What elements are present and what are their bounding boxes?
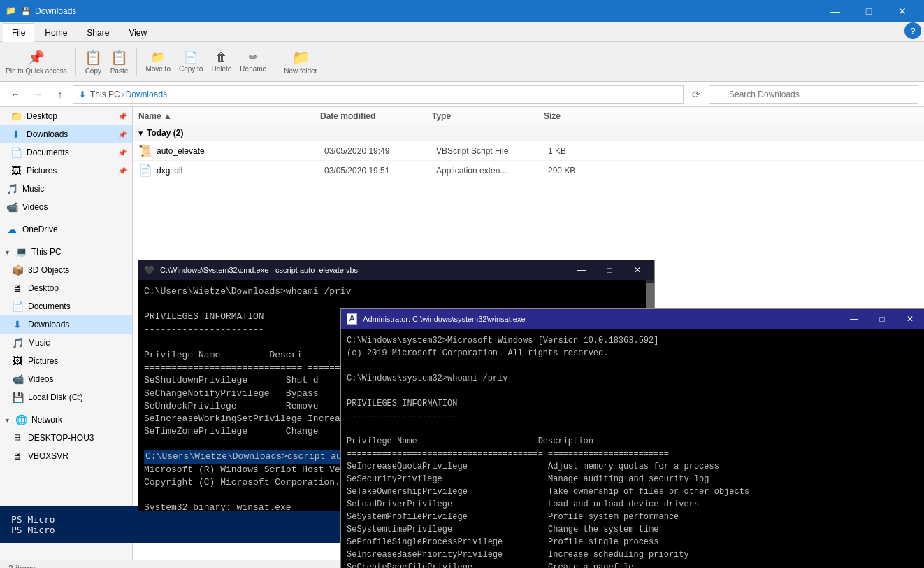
sidebar-item-vboxsvr[interactable]: 🖥 VBOXSVR [0, 447, 132, 465]
admin-line: SeCreatePagefilePrivilege Create a pagef… [347, 561, 921, 568]
sidebar-item-desktop[interactable]: 📁 Desktop 📌 [0, 107, 132, 125]
cmd-maximize[interactable]: □ [598, 262, 621, 278]
file-name-1: dxgi.dll [157, 166, 324, 176]
music-icon: 🎵 [6, 183, 18, 194]
sidebar-item-3dobjects[interactable]: 📦 3D Objects [0, 261, 132, 279]
sidebar-label-videos2: Videos [28, 374, 53, 384]
admin-line: SeSecurityPrivilege Manage auditing and … [347, 473, 921, 485]
copy-btn[interactable]: 📋 Copy [85, 49, 102, 75]
pin-quick-access[interactable]: 📌 Pin to Quick access [6, 49, 67, 75]
music2-icon: 🎵 [11, 337, 24, 348]
sidebar-label-music: Music [22, 184, 44, 194]
path-root[interactable]: This PC [90, 90, 120, 99]
admin-minimize[interactable]: — [843, 311, 865, 327]
cmd-titlebar: 🖤 C:\Windows\System32\cmd.exe - cscript … [138, 260, 654, 280]
sidebar-item-videos2[interactable]: 📹 Videos [0, 370, 132, 388]
search-input[interactable] [709, 85, 918, 104]
admin-maximize[interactable]: □ [871, 311, 893, 327]
admin-line: PRIVILEGES INFORMATION [347, 397, 921, 410]
ribbon-separator-2 [136, 48, 137, 76]
sidebar-label-pictures2: Pictures [28, 356, 58, 366]
sidebar-label-onedrive: OneDrive [22, 225, 58, 234]
group-label: Today (2) [147, 128, 183, 138]
minimize-button[interactable]: — [819, 0, 851, 22]
rename-btn[interactable]: ✏ Rename [240, 50, 266, 73]
delete-btn[interactable]: 🗑 Delete [211, 51, 231, 73]
file-row[interactable]: 📜 auto_elevate 03/05/2020 19:49 VBScript… [133, 141, 924, 161]
file-icon-vbs: 📜 [138, 144, 152, 157]
col-header-date[interactable]: Date modified [320, 111, 432, 121]
admin-line: C:\Windows\system32>Microsoft Windows [V… [347, 334, 921, 347]
new-folder-btn[interactable]: 📁 New folder [284, 49, 317, 75]
sidebar-item-music[interactable]: 🎵 Music [0, 180, 132, 198]
group-collapse-icon[interactable]: ▾ [138, 128, 143, 138]
admin-content: C:\Windows\system32>Microsoft Windows [V… [341, 329, 924, 568]
admin-blank [347, 423, 921, 435]
forward-button[interactable]: → [28, 85, 48, 104]
pin-icon-dl: 📌 [118, 131, 127, 139]
close-button[interactable]: ✕ [886, 0, 918, 22]
sidebar-item-localdisk[interactable]: 💾 Local Disk (C:) [0, 388, 132, 406]
sidebar-label-network: Network [31, 415, 62, 425]
search-container: 🔍 [709, 85, 918, 104]
desktophou3-icon: 🖥 [11, 432, 24, 443]
sidebar-item-downloads2[interactable]: ⬇ Downloads [0, 315, 132, 334]
app-icon: 📁 [6, 6, 17, 17]
admin-line: SeSystemtimePrivilege Change the system … [347, 523, 921, 536]
ribbon-tab-share[interactable]: Share [78, 23, 118, 42]
maximize-button[interactable]: □ [853, 0, 885, 22]
ribbon-separator-3 [275, 48, 275, 76]
cmd-close[interactable]: ✕ [626, 262, 649, 278]
cmd-scrollbar-thumb[interactable] [646, 283, 654, 311]
sidebar-label-desktop: Desktop [27, 111, 57, 121]
address-path[interactable]: ⬇ This PC › Downloads [73, 85, 684, 104]
sidebar-item-pictures2[interactable]: 🖼 Pictures [0, 352, 132, 370]
sidebar-label-desktop2: Desktop [28, 283, 59, 293]
ribbon-buttons: 📌 Pin to Quick access 📋 Copy 📋 Paste 📁 M… [6, 48, 317, 76]
col-header-type[interactable]: Type [432, 111, 544, 121]
ribbon-tab-view[interactable]: View [120, 23, 156, 42]
ribbon-tabs: File Home Share View ? [0, 22, 924, 42]
downloads-icon: ⬇ [10, 129, 22, 140]
refresh-button[interactable]: ⟳ [686, 85, 706, 104]
help-button[interactable]: ? [904, 22, 921, 39]
title-bar: 📁 💾 Downloads — □ ✕ [0, 0, 924, 22]
path-current[interactable]: Downloads [126, 90, 167, 99]
copy-to-btn[interactable]: 📄 Copy to [179, 50, 203, 73]
file-type-0: VBScript Script File [436, 146, 548, 156]
videos-icon: 📹 [6, 201, 18, 213]
file-size-0: 1 KB [548, 146, 618, 156]
quick-access-toolbar: 💾 [21, 7, 31, 16]
ribbon-tab-home[interactable]: Home [36, 23, 76, 42]
sidebar-item-pictures[interactable]: 🖼 Pictures 📌 [0, 162, 132, 180]
sidebar-item-downloads[interactable]: ⬇ Downloads 📌 [0, 125, 132, 143]
sidebar-item-music2[interactable]: 🎵 Music [0, 334, 132, 352]
back-button[interactable]: ← [6, 85, 25, 104]
move-to-btn[interactable]: 📁 Move to [145, 50, 171, 73]
sidebar-item-desktophou3[interactable]: 🖥 DESKTOP-HOU3 [0, 429, 132, 447]
cmd-minimize[interactable]: — [570, 262, 593, 278]
sidebar-item-videos[interactable]: 📹 Videos [0, 198, 132, 216]
sidebar-item-desktop2[interactable]: 🖥 Desktop [0, 279, 132, 297]
file-date-0: 03/05/2020 19:49 [324, 146, 436, 156]
admin-blank [347, 360, 921, 372]
admin-window[interactable]: A Administrator: C:\windows\system32\win… [340, 308, 924, 568]
sidebar-label-documents2: Documents [28, 301, 71, 311]
sidebar-item-documents2[interactable]: 📄 Documents [0, 297, 132, 315]
up-button[interactable]: ↑ [50, 85, 70, 104]
main-area: 📁 Desktop 📌 ⬇ Downloads 📌 📄 Documents 📌 … [0, 107, 924, 560]
sidebar-item-thispc[interactable]: ▾ 💻 This PC [0, 243, 132, 261]
group-header-today: ▾ Today (2) [133, 125, 924, 141]
admin-close[interactable]: ✕ [899, 311, 921, 327]
file-row[interactable]: 📄 dxgi.dll 03/05/2020 19:51 Application … [133, 161, 924, 180]
sidebar-item-network[interactable]: ▾ 🌐 Network [0, 411, 132, 429]
paste-btn[interactable]: 📋 Paste [110, 49, 129, 75]
sidebar-item-onedrive[interactable]: ☁ OneDrive [0, 220, 132, 239]
qa-save[interactable]: 💾 [21, 7, 31, 16]
ribbon-tab-file[interactable]: File [3, 23, 34, 42]
col-header-name[interactable]: Name ▲ [138, 111, 320, 121]
admin-title: Administrator: C:\windows\system32\winsa… [363, 315, 837, 323]
sidebar-item-documents[interactable]: 📄 Documents 📌 [0, 143, 132, 162]
col-header-size[interactable]: Size [544, 111, 614, 121]
admin-line: SeIncreaseQuotaPrivilege Adjust memory q… [347, 460, 921, 473]
